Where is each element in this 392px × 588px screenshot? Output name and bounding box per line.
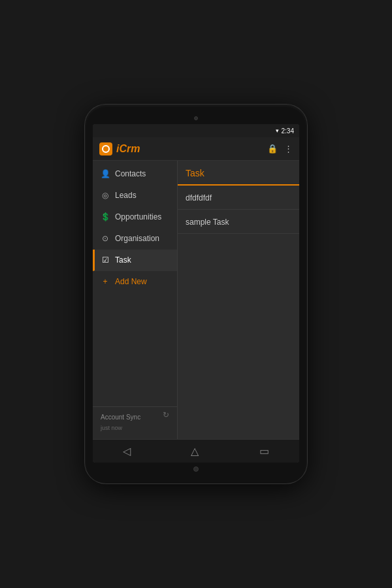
device-bottom [93,466,299,472]
logo-icon [99,142,112,155]
sidebar-item-label: Leads [115,191,137,200]
nav-bar: ◁ △ ▭ [93,439,299,463]
camera [194,116,198,120]
task-name: dfdfdfdf [186,193,212,203]
sync-time: just now [101,425,122,431]
lock-icon[interactable]: 🔒 [267,144,278,154]
sidebar-item-label: Organisation [115,234,159,243]
home-indicator [193,466,199,472]
logo-text: iCrm [116,143,140,155]
sidebar-item-task[interactable]: ☑ Task [93,250,177,271]
device: ▾ 2:34 iCrm 🔒 ⋮ 👤 [85,105,307,483]
device-top [93,116,299,120]
recents-button[interactable]: ▭ [254,442,274,460]
main-content: 👤 Contacts ◎ Leads 💲 Opportunities ⊙ Org… [93,161,299,439]
nav-list: 👤 Contacts ◎ Leads 💲 Opportunities ⊙ Org… [93,161,177,406]
status-bar: ▾ 2:34 [93,124,299,137]
leads-icon: ◎ [101,191,110,200]
status-icons: ▾ 2:34 [276,127,294,135]
sidebar-item-opportunities[interactable]: 💲 Opportunities [93,206,177,228]
sidebar-item-organisation[interactable]: ⊙ Organisation [93,228,177,250]
sync-label: Account Sync [101,414,169,421]
back-button[interactable]: ◁ [118,442,136,460]
app-header: iCrm 🔒 ⋮ [93,137,299,161]
add-new-label: Add New [115,277,147,286]
sidebar-item-leads[interactable]: ◎ Leads [93,185,177,206]
sidebar-item-label: Opportunities [115,212,161,221]
task-item[interactable]: dfdfdfdf [178,186,299,210]
organisation-icon: ⊙ [101,234,110,243]
status-time: 2:34 [282,127,294,135]
task-item[interactable]: sample Task [178,210,299,234]
device-screen: ▾ 2:34 iCrm 🔒 ⋮ 👤 [93,124,299,463]
add-icon: + [101,277,110,286]
content-area: Task dfdfdfdf sample Task [178,161,299,439]
app-logo: iCrm [99,142,140,155]
sidebar-footer: Account Sync just now ↻ [93,406,177,439]
content-header: Task [178,161,299,186]
home-button[interactable]: △ [186,442,204,460]
task-name: sample Task [186,218,229,227]
sidebar-item-label: Task [115,255,131,265]
content-title: Task [186,168,204,178]
sync-icon[interactable]: ↻ [163,410,169,419]
task-icon: ☑ [101,255,110,265]
sidebar-item-add-new[interactable]: + Add New [93,271,177,293]
sidebar-item-contacts[interactable]: 👤 Contacts [93,163,177,185]
sidebar-item-label: Contacts [115,169,146,178]
logo-icon-inner [102,145,110,153]
contacts-icon: 👤 [101,169,110,178]
wifi-icon: ▾ [276,127,279,134]
more-icon[interactable]: ⋮ [284,144,293,154]
sidebar: 👤 Contacts ◎ Leads 💲 Opportunities ⊙ Org… [93,161,178,439]
header-actions: 🔒 ⋮ [267,144,293,154]
opportunities-icon: 💲 [101,212,110,221]
